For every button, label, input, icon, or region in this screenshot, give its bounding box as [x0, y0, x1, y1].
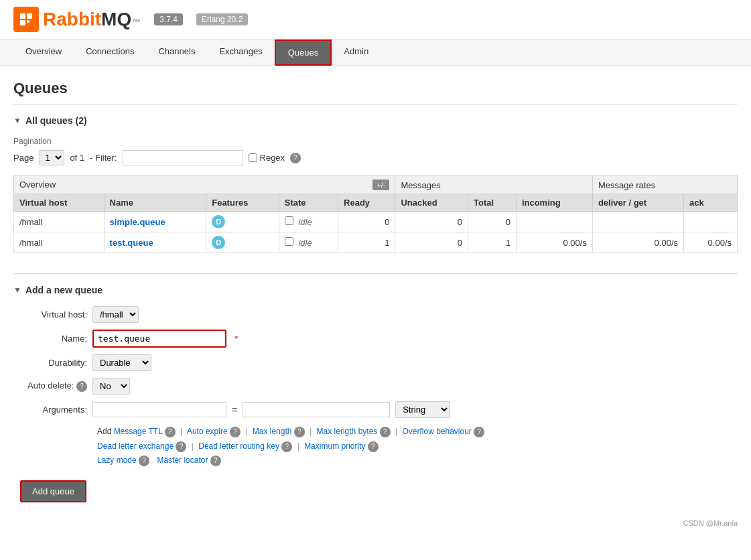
message-ttl-help[interactable]: ? [165, 427, 176, 437]
lazy-mode-help[interactable]: ? [139, 456, 149, 466]
messages-group-header: Messages [395, 176, 592, 194]
cell-deliver-get: 0.00/s [592, 232, 683, 253]
cell-name[interactable]: simple.queue [104, 212, 206, 232]
table-row: /hmall test.queue D idle 1 0 1 0.00/s 0.… [14, 232, 738, 253]
cell-name[interactable]: test.queue [104, 232, 206, 253]
cell-state: idle [279, 212, 338, 232]
filter-input[interactable] [123, 150, 243, 165]
regex-text: Regex [260, 153, 285, 163]
content: Queues ▼ All queues (2) Pagination Page … [0, 66, 751, 516]
virtual-host-row: Virtual host: /hmall [13, 306, 738, 323]
state-checkbox[interactable] [285, 216, 293, 225]
add-queue-header[interactable]: ▼ Add a new queue [13, 281, 738, 299]
arguments-row: Arguments: = String Number Boolean [13, 401, 738, 418]
overflow-behaviour-help[interactable]: ? [474, 427, 484, 437]
dead-letter-routing-key-help[interactable]: ? [281, 441, 292, 452]
svg-rect-1 [27, 13, 32, 19]
queue-table: Overview +/- Messages Message rates Virt… [13, 176, 738, 253]
nav-queues[interactable]: Queues [275, 40, 332, 66]
cell-ready: 1 [338, 232, 395, 253]
nav-overview[interactable]: Overview [13, 40, 74, 66]
durability-label: Durability: [13, 358, 87, 368]
link-dead-letter-exchange[interactable]: Dead letter exchange [97, 441, 174, 451]
state-checkbox[interactable] [285, 237, 293, 246]
cell-feature: D [206, 232, 279, 253]
pagination-label: Pagination [13, 137, 738, 146]
auto-delete-help[interactable]: ? [76, 381, 87, 392]
page-select[interactable]: 1 [39, 150, 64, 165]
erlang-badge: Erlang 20.2 [196, 13, 248, 25]
add-queue-button[interactable]: Add queue [20, 480, 86, 502]
nav-exchanges[interactable]: Exchanges [207, 40, 274, 66]
virtual-host-label: Virtual host: [13, 309, 87, 320]
name-input[interactable] [92, 330, 226, 348]
cell-ready: 0 [338, 212, 395, 232]
link-auto-expire[interactable]: Auto expire [187, 427, 228, 436]
add-queue-section: ▼ Add a new queue Virtual host: /hmall N… [13, 273, 738, 509]
col-incoming: incoming [516, 194, 592, 212]
add-queue-content: Virtual host: /hmall Name: * Durability:… [13, 299, 738, 509]
header: RabbitMQ™ 3.7.4 Erlang 20.2 [0, 0, 751, 40]
logo: RabbitMQ™ [13, 7, 141, 32]
maximum-priority-help[interactable]: ? [368, 441, 379, 452]
arg-key-input[interactable] [92, 402, 226, 417]
all-queues-header[interactable]: ▼ All queues (2) [13, 111, 738, 130]
arguments-label: Arguments: [13, 405, 87, 415]
all-queues-title: All queues (2) [25, 115, 87, 126]
svg-rect-3 [27, 20, 29, 23]
master-locator-help[interactable]: ? [210, 456, 221, 466]
col-deliver-get: deliver / get [592, 194, 683, 212]
message-rates-group-header: Message rates [592, 176, 737, 194]
link-dead-letter-routing-key[interactable]: Dead letter routing key [198, 441, 279, 451]
arg-type-select[interactable]: String Number Boolean [395, 401, 450, 418]
cell-virtual-host: /hmall [14, 232, 105, 253]
durability-row: Durability: Durable Transient [13, 354, 738, 371]
nav-channels[interactable]: Channels [146, 40, 207, 66]
cell-feature: D [206, 212, 279, 232]
cell-total: 0 [468, 212, 517, 232]
nav: Overview Connections Channels Exchanges … [0, 40, 751, 66]
table-row: /hmall simple.queue D idle 0 0 0 [14, 212, 738, 232]
link-max-length-bytes[interactable]: Max length bytes [317, 427, 378, 436]
page-title: Queues [13, 73, 738, 104]
auto-expire-help[interactable]: ? [230, 427, 241, 437]
page-label: Page [13, 153, 33, 163]
cell-deliver-get [592, 212, 683, 232]
durability-select[interactable]: Durable Transient [92, 354, 151, 371]
cell-ack [684, 212, 738, 232]
cell-virtual-host: /hmall [14, 212, 105, 232]
auto-delete-row: Auto delete: ? No Yes [13, 378, 738, 395]
link-max-length[interactable]: Max length [253, 427, 292, 436]
required-star: * [234, 334, 238, 344]
nav-admin[interactable]: Admin [332, 40, 381, 66]
virtual-host-select[interactable]: /hmall [92, 306, 139, 323]
arg-value-input[interactable] [243, 402, 390, 417]
nav-connections[interactable]: Connections [74, 40, 146, 66]
max-length-help[interactable]: ? [294, 427, 305, 437]
cell-incoming [516, 212, 592, 232]
cell-unacked: 0 [395, 212, 468, 232]
col-state: State [279, 194, 338, 212]
auto-delete-label: Auto delete: ? [13, 380, 87, 392]
dead-letter-exchange-help[interactable]: ? [176, 441, 186, 452]
version-badge: 3.7.4 [154, 13, 183, 25]
regex-checkbox[interactable] [249, 153, 257, 162]
link-master-locator[interactable]: Master locator [157, 456, 208, 465]
col-ready: Ready [338, 194, 395, 212]
regex-label: Regex [249, 153, 285, 163]
max-length-bytes-help[interactable]: ? [380, 427, 391, 437]
link-overflow-behaviour[interactable]: Overflow behaviour [402, 427, 471, 436]
link-message-ttl[interactable]: Message TTL [114, 427, 163, 436]
all-queues-section: ▼ All queues (2) Pagination Page 1 of 1 … [13, 111, 738, 273]
col-ack: ack [684, 194, 738, 212]
auto-delete-select[interactable]: No Yes [92, 378, 130, 395]
plus-minus-btn[interactable]: +/- [372, 180, 389, 190]
col-name: Name [104, 194, 206, 212]
overview-group-header: Overview +/- [14, 176, 395, 194]
submit-area: Add queue [20, 474, 738, 502]
col-total: Total [468, 194, 517, 212]
link-maximum-priority[interactable]: Maximum priority [304, 441, 365, 451]
regex-help[interactable]: ? [290, 153, 301, 163]
link-lazy-mode[interactable]: Lazy mode [97, 456, 137, 465]
cell-state: idle [279, 232, 338, 253]
